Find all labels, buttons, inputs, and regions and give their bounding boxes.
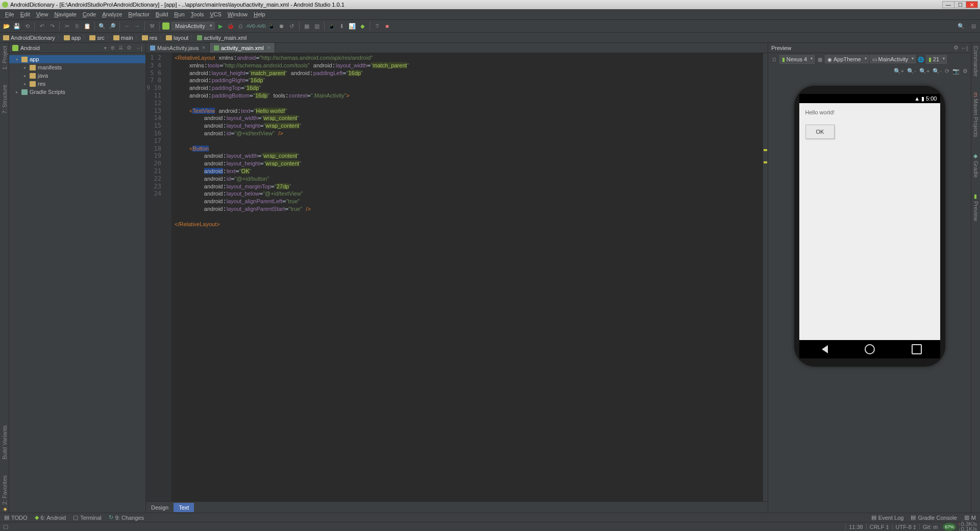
run-config-dropdown[interactable]: MainActivity	[172, 22, 215, 30]
breadcrumb-item[interactable]: layout	[166, 35, 188, 41]
locale-icon[interactable]: 🌐	[917, 55, 925, 63]
orientation-icon[interactable]: 🗋	[770, 55, 778, 63]
close-tab-icon[interactable]: ×	[267, 45, 271, 51]
build-variants-tool-button[interactable]: Build Variants	[2, 425, 8, 460]
activity-dropdown[interactable]: ▭ MainActivity	[870, 55, 916, 63]
expand-icon[interactable]: ▾	[14, 57, 19, 62]
changes-tool-button[interactable]: ↻ 9: Changes	[109, 514, 144, 521]
toggle-toolbar-icon[interactable]: ⊟	[969, 21, 978, 31]
zoom-out2-icon[interactable]: 🔍-	[933, 68, 942, 75]
tree-item-java[interactable]: ▸java	[9, 71, 145, 80]
save-icon[interactable]: 💾	[12, 21, 21, 31]
maven-tool-button[interactable]: mMaven Projects	[973, 92, 979, 137]
tree-item-gradle-scripts[interactable]: ▸Gradle Scripts	[9, 88, 145, 96]
run-icon[interactable]: ▶	[216, 21, 225, 31]
fold-gutter[interactable]	[164, 53, 172, 501]
event-log-tool-button[interactable]: ▤ Event Log	[871, 514, 904, 521]
make-icon[interactable]: ⚒	[148, 21, 157, 31]
attach-icon[interactable]: ⎙	[236, 21, 246, 31]
feedback-icon[interactable]: ■	[383, 21, 392, 31]
scroll-from-source-icon[interactable]: ⊕	[110, 44, 115, 51]
device-dropdown[interactable]: ▮ Nexus 4	[779, 55, 815, 64]
android-tool-button[interactable]: ◆ 6: Android	[35, 514, 66, 521]
settings-icon[interactable]: ⚙	[127, 44, 132, 51]
preview-tool-button[interactable]: ▮Preview	[972, 193, 979, 221]
error-stripe[interactable]	[763, 53, 768, 501]
copy-icon[interactable]: ⎘	[72, 21, 82, 31]
menu-view[interactable]: View	[33, 10, 52, 18]
line-separator[interactable]: CRLF ‡	[866, 524, 892, 530]
git-branch[interactable]: Git: m	[919, 524, 941, 530]
memory-tool-button[interactable]: ▥ M	[964, 514, 976, 521]
paste-icon[interactable]: 📋	[83, 21, 92, 31]
text-tab[interactable]: Text	[174, 503, 194, 512]
code-editor[interactable]: 1 2 3 4 5 6 7 8 9 10 11 12 13 14 15 16 1…	[146, 53, 768, 501]
open-icon[interactable]: 📂	[2, 21, 11, 31]
menu-run[interactable]: Run	[171, 10, 187, 18]
help-icon[interactable]: ?	[373, 21, 382, 31]
todo-tool-button[interactable]: ▤ TODO	[4, 514, 28, 521]
zoom-out-icon[interactable]: 🔍-	[907, 68, 916, 75]
stop-icon[interactable]: ↺	[287, 21, 297, 31]
forward-icon[interactable]: →	[133, 21, 142, 31]
screenshot-icon[interactable]: 📷	[952, 68, 960, 75]
commander-tool-button[interactable]: Commander	[973, 46, 979, 77]
project-view-dropdown[interactable]: Android	[20, 45, 102, 51]
menu-navigate[interactable]: Navigate	[51, 10, 79, 18]
menu-build[interactable]: Build	[153, 10, 171, 18]
undo-icon[interactable]: ↶	[37, 21, 46, 31]
tool-window-icon[interactable]: ▢	[3, 523, 8, 530]
refresh-icon[interactable]: ⟳	[945, 68, 949, 75]
expand-icon[interactable]: ▸	[14, 90, 19, 94]
breadcrumb-item[interactable]: app	[64, 35, 81, 41]
sdk-manager-icon[interactable]: ⬇	[337, 21, 347, 31]
close-button[interactable]: ✕	[966, 1, 978, 8]
cut-icon[interactable]: ✂	[62, 21, 71, 31]
menu-vcs[interactable]: VCS	[207, 10, 225, 18]
gradle-tool-button[interactable]: ◆Gradle	[972, 153, 979, 178]
expand-icon[interactable]: ▸	[22, 65, 28, 70]
ddms-icon[interactable]: 📊	[348, 21, 357, 31]
project-tree[interactable]: ▾app▸manifests▸java▸res▸Gradle Scripts	[9, 53, 145, 98]
menu-code[interactable]: Code	[80, 10, 99, 18]
memory-indicator[interactable]: 67%	[943, 523, 956, 531]
zoom-in-icon[interactable]: 🔍+	[894, 68, 904, 75]
breadcrumb-item[interactable]: res	[142, 35, 157, 41]
back-icon[interactable]: ←	[122, 21, 132, 31]
replace-icon[interactable]: 🔎	[108, 21, 117, 31]
tree-item-app[interactable]: ▾app	[9, 55, 145, 63]
record-icon[interactable]: ⏺	[277, 21, 286, 31]
structure-tool-button[interactable]: 7: Structure	[2, 85, 8, 114]
collapse-all-icon[interactable]: ⇊	[118, 44, 123, 51]
menu-file[interactable]: File	[2, 10, 17, 18]
sdk-icon[interactable]: ▥	[312, 21, 322, 31]
design-tab[interactable]: Design	[146, 503, 174, 512]
search-everywhere-icon[interactable]: 🔍	[957, 21, 966, 31]
expand-icon[interactable]: ▸	[22, 82, 28, 86]
avd-text-icon[interactable]: AVD	[247, 21, 256, 31]
terminal-tool-button[interactable]: ▢ Terminal	[73, 514, 102, 521]
redo-icon[interactable]: ↷	[47, 21, 57, 31]
breadcrumb-item[interactable]: main	[113, 35, 133, 41]
zoom-in2-icon[interactable]: 🔍+	[919, 68, 929, 75]
breadcrumb-item[interactable]: activity_main.xml	[197, 35, 247, 41]
hide-panel-icon[interactable]: →|	[135, 45, 142, 51]
menu-tools[interactable]: Tools	[188, 10, 207, 18]
expand-icon[interactable]: ▸	[22, 74, 28, 78]
settings-icon[interactable]: ⚙	[953, 44, 959, 51]
avd-manager-icon[interactable]: 📱	[327, 21, 336, 31]
favorites-tool-button[interactable]: ★2: Favorites	[1, 475, 8, 513]
project-tool-button[interactable]: 1: Project	[2, 46, 8, 69]
find-icon[interactable]: 🔍	[97, 21, 107, 31]
file-encoding[interactable]: UTF-8 ‡	[892, 524, 919, 530]
minimize-button[interactable]: —	[942, 1, 954, 8]
screenshot-icon[interactable]: 📱	[267, 21, 276, 31]
avd-text-icon[interactable]: AVD	[257, 21, 266, 31]
theme-dropdown[interactable]: ◉ AppTheme	[825, 55, 869, 63]
structure-icon[interactable]: ▦	[302, 21, 311, 31]
warning-marker[interactable]	[764, 161, 767, 163]
editor-tab[interactable]: activity_main.xml×	[210, 43, 275, 53]
warning-marker[interactable]	[764, 149, 767, 151]
gradle-console-tool-button[interactable]: ▤ Gradle Console	[911, 514, 957, 521]
sync-icon[interactable]: ⟲	[22, 21, 32, 31]
